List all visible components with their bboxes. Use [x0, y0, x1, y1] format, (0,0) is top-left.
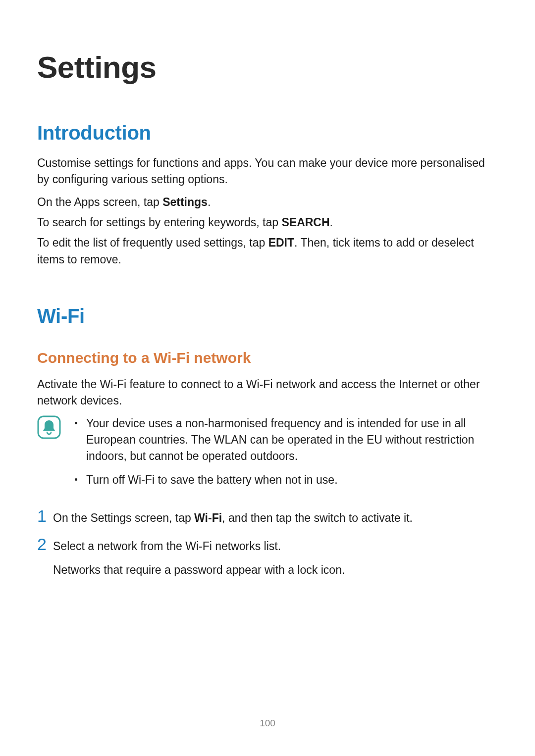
note-content: Your device uses a non-harmonised freque… [70, 415, 498, 495]
step-number-2: 2 [37, 536, 53, 553]
step-1-content: On the Settings screen, tap Wi-Fi, and t… [53, 509, 498, 526]
note-text-1: Your device uses a non-harmonised freque… [86, 415, 498, 465]
page-number: 100 [0, 718, 535, 729]
wifi-subheading: Connecting to a Wi-Fi network [37, 350, 498, 366]
note-bullet-2: Turn off Wi-Fi to save the battery when … [75, 472, 498, 488]
step-2-subtext: Networks that require a password appear … [53, 562, 498, 578]
intro-paragraph-4: To edit the list of frequently used sett… [37, 235, 498, 268]
wifi-heading: Wi-Fi [37, 305, 498, 327]
p2-bold: Settings [162, 196, 208, 208]
p3-bold: SEARCH [281, 216, 329, 229]
p2-suffix: . [208, 196, 211, 208]
note-block: Your device uses a non-harmonised freque… [37, 415, 498, 495]
p3-prefix: To search for settings by entering keywo… [37, 216, 281, 229]
step1-suffix: , and then tap the switch to activate it… [222, 511, 413, 524]
p4-prefix: To edit the list of frequently used sett… [37, 236, 268, 249]
bell-icon [37, 415, 61, 439]
step-2-content: Select a network from the Wi-Fi networks… [53, 537, 498, 578]
p2-prefix: On the Apps screen, tap [37, 196, 162, 208]
bullet-dot [75, 478, 77, 481]
step1-bold: Wi-Fi [194, 511, 222, 524]
note-bullet-1: Your device uses a non-harmonised freque… [75, 415, 498, 465]
introduction-heading: Introduction [37, 122, 498, 144]
p4-bold: EDIT [268, 236, 294, 249]
intro-paragraph-3: To search for settings by entering keywo… [37, 214, 498, 231]
p3-suffix: . [330, 216, 333, 229]
bullet-dot [75, 422, 77, 424]
step-2: 2 Select a network from the Wi-Fi networ… [37, 537, 498, 578]
step-1: 1 On the Settings screen, tap Wi-Fi, and… [37, 509, 498, 526]
intro-paragraph-1: Customise settings for functions and app… [37, 155, 498, 188]
wifi-intro: Activate the Wi-Fi feature to connect to… [37, 376, 498, 409]
intro-paragraph-2: On the Apps screen, tap Settings. [37, 194, 498, 210]
note-text-2: Turn off Wi-Fi to save the battery when … [86, 472, 498, 488]
document-page: Settings Introduction Customise settings… [0, 0, 535, 578]
page-title: Settings [37, 50, 498, 85]
step-number-1: 1 [37, 507, 53, 524]
step2-prefix: Select a network from the Wi-Fi networks… [53, 540, 281, 553]
step1-prefix: On the Settings screen, tap [53, 511, 194, 524]
